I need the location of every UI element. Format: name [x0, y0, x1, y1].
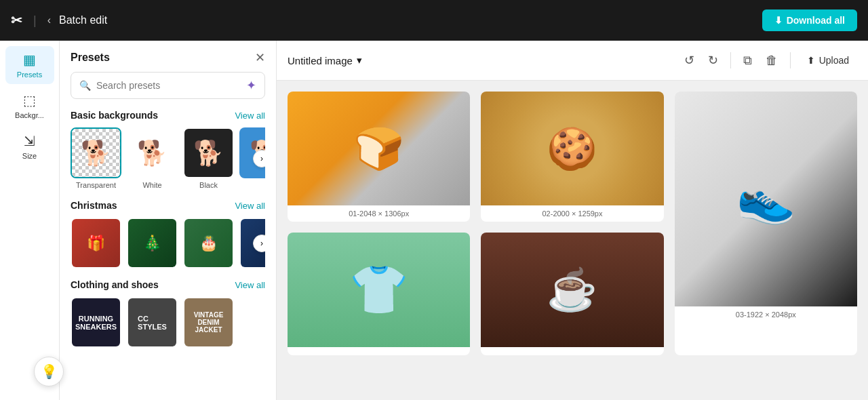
background-icon: ⬚ [22, 92, 38, 108]
preset-transparent[interactable]: 🐕 Transparent [71, 127, 121, 189]
search-input[interactable] [96, 80, 241, 91]
image-card-02[interactable]: 🍪 02-2000 × 1259px [481, 92, 663, 222]
christmas-view-all[interactable]: View all [235, 201, 265, 211]
presets-panel: Presets ✕ 🔍 ✦ Basic backgrounds View all… [60, 41, 277, 400]
clothing-1-content: RUNNINGSNEAKERS [72, 298, 120, 346]
preset-thumb-clothing-3: VINTAGEDENIMJACKET [183, 297, 234, 348]
upload-icon: ⬆ [807, 55, 815, 66]
magic-icon[interactable]: ✦ [246, 78, 256, 93]
redo-button[interactable]: ↻ [704, 49, 722, 72]
image-thumb-03: 👟 [675, 92, 857, 306]
image-title-button[interactable]: Untitled image ▾ [288, 54, 362, 66]
presets-header: Presets ✕ [60, 41, 276, 72]
image-card-03[interactable]: 👟 03-1922 × 2048px [675, 92, 857, 355]
upload-label: Upload [819, 55, 849, 66]
header: ✂ | ‹ Batch edit ⬇ Download all [0, 0, 868, 41]
toolbar-actions: ↺ ↻ ⧉ 🗑 ⬆ Upload [680, 49, 857, 72]
image-card-01[interactable]: 🍞 01-2048 × 1306px [288, 92, 470, 222]
preset-thumb-black: 🐕 [183, 127, 234, 178]
white-dog-icon: 🐕 [128, 129, 176, 177]
coffee-image: ☕ [481, 233, 663, 346]
preset-xmas-1[interactable]: 🎁 [71, 218, 121, 268]
main-container: ▦ Presets ⬚ Backgr... ⇲ Size Presets ✕ 🔍… [0, 41, 868, 400]
image-thumb-02: 🍪 [481, 92, 663, 205]
preset-xmas-3[interactable]: 🎂 [183, 218, 234, 268]
transparent-dog-icon: 🐕 [72, 129, 120, 177]
christmas-title: Christmas [71, 200, 117, 211]
preset-label-white: White [142, 181, 161, 189]
basic-backgrounds-section-header: Basic backgrounds View all [71, 110, 265, 121]
toolbar-divider-2 [790, 52, 791, 68]
dropdown-icon: ▾ [357, 54, 362, 66]
clothing-2-content: CCSTYLES [128, 298, 176, 346]
sidebar-item-label-background: Backgr... [15, 111, 44, 119]
preset-thumb-transparent: 🐕 [71, 127, 121, 178]
presets-content: Basic backgrounds View all 🐕 Transparent… [60, 107, 276, 400]
sidebar-item-size[interactable]: ⇲ Size [5, 127, 54, 165]
xmas-1-content: 🎁 [72, 219, 120, 267]
upload-button[interactable]: ⬆ Upload [799, 51, 857, 70]
preset-thumb-clothing-2: CCSTYLES [127, 297, 178, 348]
image-card-04[interactable]: 👕 [288, 233, 470, 355]
image-title-label: Untitled image [288, 55, 353, 66]
copy-icon: ⧉ [743, 54, 752, 68]
presets-icon: ▦ [22, 52, 38, 68]
copy-button[interactable]: ⧉ [739, 49, 756, 72]
shirt-image: 👕 [288, 233, 470, 346]
image-label-03: 03-1922 × 2048px [675, 306, 857, 323]
preset-thumb-xmas-2: 🎄 [127, 218, 178, 268]
sidebar: ▦ Presets ⬚ Backgr... ⇲ Size [0, 41, 60, 400]
preset-thumb-xmas-3: 🎂 [183, 218, 234, 268]
undo-button[interactable]: ↺ [680, 49, 698, 72]
preset-clothing-2[interactable]: CCSTYLES [127, 297, 178, 348]
preset-thumb-white: 🐕 [127, 127, 178, 178]
clothing-grid: RUNNINGSNEAKERS CCSTYLES VINTAGEDENIMJAC… [71, 297, 265, 348]
preset-label-transparent: Transparent [76, 181, 116, 189]
download-label: Download all [787, 15, 845, 26]
lightbulb-icon: 💡 [41, 363, 58, 380]
xmas-3-content: 🎂 [184, 219, 233, 267]
shoe-image: 👟 [675, 92, 857, 306]
preset-black[interactable]: 🐕 Black [183, 127, 234, 189]
preset-white[interactable]: 🐕 White [127, 127, 178, 189]
presets-close-button[interactable]: ✕ [255, 52, 265, 64]
image-label-05 [481, 347, 663, 355]
delete-button[interactable]: 🗑 [762, 49, 782, 72]
header-divider: | [33, 14, 37, 28]
sidebar-item-label-size: Size [22, 152, 37, 160]
download-icon: ⬇ [774, 15, 783, 26]
lightbulb-button[interactable]: 💡 [34, 357, 64, 386]
preset-thumb-xmas-1: 🎁 [71, 218, 121, 268]
sidebar-item-background[interactable]: ⬚ Backgr... [5, 87, 54, 125]
main-content: Untitled image ▾ ↺ ↻ ⧉ 🗑 ⬆ [277, 41, 868, 400]
search-icon: 🔍 [79, 80, 91, 91]
sidebar-item-label-presets: Presets [17, 71, 42, 79]
preset-clothing-3[interactable]: VINTAGEDENIMJACKET [183, 297, 234, 348]
presets-title: Presets [71, 52, 110, 64]
preset-label-black: Black [199, 181, 218, 189]
delete-icon: 🗑 [766, 54, 778, 68]
content-header: Untitled image ▾ ↺ ↻ ⧉ 🗑 ⬆ [277, 41, 868, 81]
preset-thumb-clothing-1: RUNNINGSNEAKERS [71, 297, 121, 348]
christmas-section-header: Christmas View all [71, 200, 265, 211]
basic-backgrounds-title: Basic backgrounds [71, 110, 158, 121]
sidebar-item-presets[interactable]: ▦ Presets [5, 46, 54, 84]
preset-clothing-1[interactable]: RUNNINGSNEAKERS [71, 297, 121, 348]
clothing-section-header: Clothing and shoes View all [71, 279, 265, 290]
clothing-view-all[interactable]: View all [235, 280, 265, 290]
back-button[interactable]: ‹ [47, 14, 51, 26]
image-label-01: 01-2048 × 1306px [288, 205, 470, 222]
basic-backgrounds-view-all[interactable]: View all [235, 111, 265, 121]
image-card-05[interactable]: ☕ [481, 233, 663, 355]
clothing-3-content: VINTAGEDENIMJACKET [184, 298, 233, 346]
search-bar: 🔍 ✦ [71, 72, 265, 99]
logo-icon: ✂ [11, 12, 22, 28]
basic-backgrounds-grid: 🐕 Transparent 🐕 White 🐕 Black [71, 127, 265, 189]
undo-icon: ↺ [684, 53, 694, 68]
image-grid: 🍞 01-2048 × 1306px 🍪 02-2000 × 1259px 👟 … [288, 92, 857, 355]
download-all-button[interactable]: ⬇ Download all [762, 9, 857, 31]
black-dog-icon: 🐕 [184, 129, 233, 177]
page-title: Batch edit [59, 14, 107, 26]
toaster-image: 🍞 [288, 92, 470, 205]
preset-xmas-2[interactable]: 🎄 [127, 218, 178, 268]
